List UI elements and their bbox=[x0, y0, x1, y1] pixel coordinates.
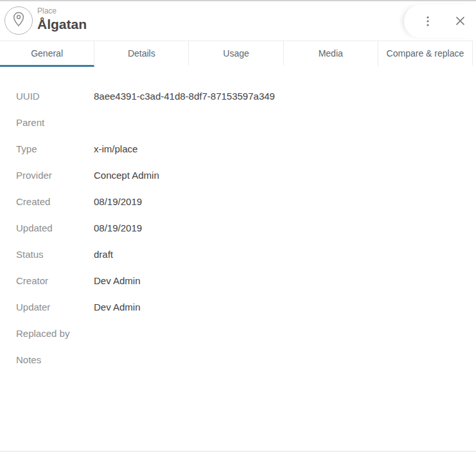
tab-label-details: Details bbox=[128, 48, 155, 59]
field-row: Updater Dev Admin bbox=[16, 294, 476, 320]
place-dialog: { "header": { "kicker": "Place", "title"… bbox=[0, 0, 476, 452]
field-row: Replaced by bbox=[16, 320, 476, 347]
tab-details[interactable]: Details bbox=[94, 41, 189, 67]
field-value-provider: Concept Admin bbox=[94, 170, 159, 181]
tab-label-media: Media bbox=[319, 48, 343, 59]
field-label-provider: Provider bbox=[16, 170, 94, 181]
field-row: Creator Dev Admin bbox=[16, 267, 476, 294]
kebab-menu-icon bbox=[423, 15, 433, 29]
field-row: Provider Concept Admin bbox=[16, 162, 476, 188]
tab-label-compare-replace: Compare & replace bbox=[387, 48, 464, 59]
field-row: Notes bbox=[16, 347, 476, 373]
title-block: Place Ålgatan bbox=[37, 7, 87, 32]
field-label-parent: Parent bbox=[16, 117, 94, 128]
tab-general[interactable]: General bbox=[0, 41, 94, 67]
field-label-updated: Updated bbox=[16, 222, 94, 233]
field-row: Type x-im/place bbox=[16, 136, 476, 162]
tab-label-usage: Usage bbox=[223, 48, 249, 59]
field-value-updater: Dev Admin bbox=[94, 302, 141, 312]
tab-usage[interactable]: Usage bbox=[189, 41, 283, 67]
dialog-header: Place Ålgatan bbox=[0, 1, 476, 41]
field-label-updater: Updater bbox=[16, 302, 94, 312]
general-tab-content: UUID 8aee4391-c3ad-41d8-8df7-87153597a34… bbox=[0, 67, 476, 373]
field-label-created: Created bbox=[16, 196, 94, 207]
more-options-button[interactable] bbox=[419, 14, 436, 30]
field-value-created: 08/19/2019 bbox=[94, 196, 142, 207]
field-label-type: Type bbox=[16, 143, 94, 154]
field-label-replaced-by: Replaced by bbox=[16, 328, 94, 339]
field-value-type: x-im/place bbox=[94, 143, 137, 154]
tab-bar: General Details Usage Media Compare & re… bbox=[0, 41, 473, 67]
place-avatar bbox=[4, 6, 33, 35]
map-pin-icon bbox=[12, 11, 26, 30]
field-value-status: draft bbox=[94, 249, 113, 260]
field-row: UUID 8aee4391-c3ad-41d8-8df7-87153597a34… bbox=[16, 83, 476, 109]
field-row: Created 08/19/2019 bbox=[16, 188, 476, 215]
field-label-uuid: UUID bbox=[16, 91, 94, 102]
close-button[interactable] bbox=[452, 14, 468, 30]
field-value-updated: 08/19/2019 bbox=[94, 222, 142, 233]
tab-compare-replace[interactable]: Compare & replace bbox=[378, 41, 473, 67]
page-title: Ålgatan bbox=[37, 17, 87, 32]
field-row: Status draft bbox=[16, 241, 476, 267]
field-label-creator: Creator bbox=[16, 275, 94, 286]
tab-label-general: General bbox=[31, 48, 63, 59]
field-value-creator: Dev Admin bbox=[94, 275, 141, 286]
close-icon bbox=[455, 16, 465, 28]
field-label-notes: Notes bbox=[16, 354, 94, 365]
field-label-status: Status bbox=[16, 249, 94, 260]
field-row: Updated 08/19/2019 bbox=[16, 215, 476, 241]
entity-type-label: Place bbox=[37, 7, 87, 16]
field-row: Parent bbox=[16, 109, 476, 136]
tab-media[interactable]: Media bbox=[284, 41, 378, 67]
field-value-uuid: 8aee4391-c3ad-41d8-8df7-87153597a349 bbox=[94, 91, 275, 102]
